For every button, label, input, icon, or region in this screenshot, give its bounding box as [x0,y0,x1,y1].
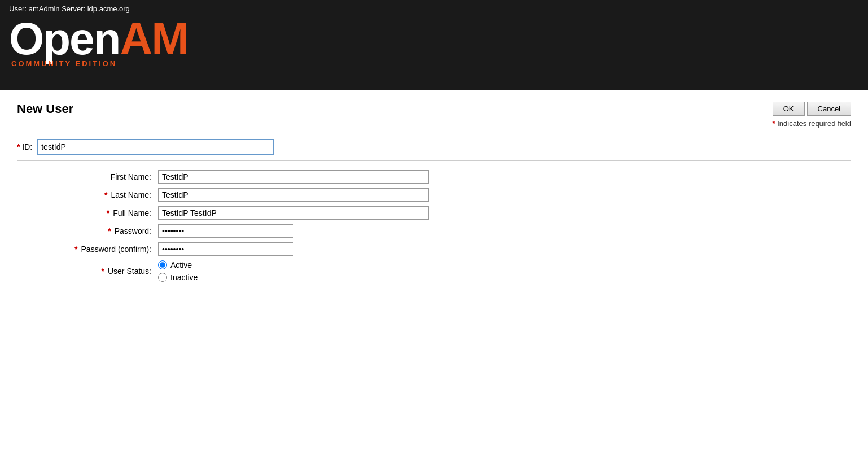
password-required-star: * [108,227,111,236]
logo-subtitle: COMMUNITY EDITION [11,59,117,68]
user-status-label-text: User Status: [108,267,151,276]
user-status-label: * User Status: [17,267,158,276]
user-status-row: * User Status: Active Inactive [17,260,851,282]
logo-open: Open [9,14,120,64]
password-label: * Password: [17,227,158,236]
first-name-label-text: First Name: [111,172,151,181]
logo-text: OpenAM [9,16,188,62]
password-confirm-label: * Password (confirm): [17,245,158,254]
inactive-radio[interactable] [158,273,167,282]
required-field-note: * Indicates required field [773,119,852,128]
password-input[interactable] [158,224,293,238]
id-input[interactable] [37,139,274,155]
cancel-button[interactable]: Cancel [807,102,851,116]
inactive-label: Inactive [170,273,198,282]
id-label: ID: [22,142,32,151]
required-note-text: Indicates required field [777,119,851,128]
app-header: User: amAdmin Server: idp.acme.org OpenA… [0,0,868,90]
password-confirm-label-text: Password (confirm): [81,245,151,254]
user-status-radio-group: Active Inactive [158,260,198,282]
first-name-input[interactable] [158,170,429,184]
password-confirm-row: * Password (confirm): [17,242,851,256]
active-label: Active [170,260,192,269]
last-name-label: * Last Name: [17,190,158,199]
last-name-required-star: * [104,190,107,199]
full-name-input[interactable] [158,206,429,220]
active-radio[interactable] [158,260,167,269]
last-name-row: * Last Name: [17,188,851,202]
last-name-label-text: Last Name: [111,190,151,199]
id-row: * ID: [17,139,851,155]
page-header: New User OK Cancel * Indicates required … [17,102,851,128]
main-content: New User OK Cancel * Indicates required … [0,90,868,298]
first-name-label: First Name: [17,172,158,181]
user-status-required-star: * [102,267,104,276]
button-row: OK Cancel [773,102,851,116]
active-option[interactable]: Active [158,260,198,269]
form-fields: First Name: * Last Name: * Full Name: * … [17,170,851,282]
password-row: * Password: [17,224,851,238]
required-star: * [773,119,775,128]
id-required-star: * [17,142,20,151]
page-title: New User [17,102,73,116]
full-name-label-text: Full Name: [113,208,151,218]
password-confirm-input[interactable] [158,242,293,256]
logo-am: AM [120,14,187,64]
full-name-row: * Full Name: [17,206,851,220]
form-separator [17,160,851,161]
logo-container: OpenAM COMMUNITY EDITION [9,16,859,68]
password-label-text: Password: [115,227,151,236]
ok-button[interactable]: OK [773,102,805,116]
user-server-info: User: amAdmin Server: idp.acme.org [9,5,859,13]
header-actions: OK Cancel * Indicates required field [773,102,852,128]
full-name-label: * Full Name: [17,208,158,218]
last-name-input[interactable] [158,188,429,202]
first-name-row: First Name: [17,170,851,184]
full-name-required-star: * [107,208,109,218]
password-confirm-required-star: * [74,245,77,254]
inactive-option[interactable]: Inactive [158,273,198,282]
